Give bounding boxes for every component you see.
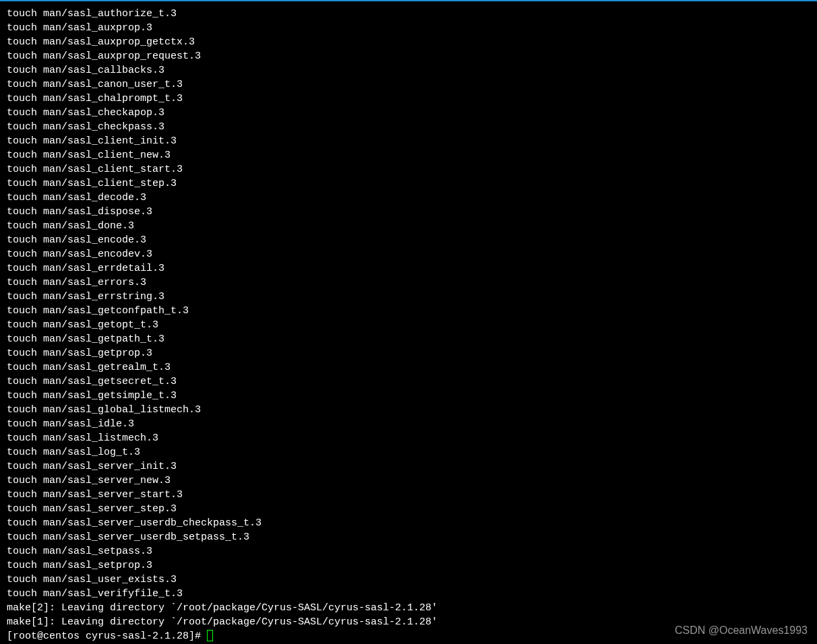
terminal-output-line: touch man/sasl_getsecret_t.3: [7, 375, 810, 389]
terminal-output-line: touch man/sasl_client_step.3: [7, 176, 810, 191]
terminal-output-line: touch man/sasl_auxprop_getctx.3: [7, 35, 810, 49]
terminal-output-line: touch man/sasl_client_start.3: [7, 162, 810, 176]
terminal-output-line: touch man/sasl_errdetail.3: [7, 261, 810, 276]
terminal-output-line: touch man/sasl_global_listmech.3: [7, 403, 810, 417]
terminal-output-line: touch man/sasl_done.3: [7, 219, 810, 233]
terminal-output-line: touch man/sasl_server_userdb_checkpass_t…: [7, 516, 810, 530]
terminal-output-line: touch man/sasl_client_new.3: [7, 148, 810, 162]
terminal-output-line: touch man/sasl_server_start.3: [7, 488, 810, 502]
terminal-output-line: touch man/sasl_errors.3: [7, 276, 810, 290]
terminal-output-line: touch man/sasl_auxprop.3: [7, 21, 810, 35]
terminal-output-line: touch man/sasl_user_exists.3: [7, 573, 810, 587]
terminal-output-line: touch man/sasl_dispose.3: [7, 205, 810, 219]
terminal-output-line: touch man/sasl_errstring.3: [7, 290, 810, 304]
terminal-output-line: touch man/sasl_getsimple_t.3: [7, 389, 810, 403]
terminal-output-line: touch man/sasl_log_t.3: [7, 445, 810, 459]
terminal-output-line: touch man/sasl_client_init.3: [7, 134, 810, 148]
terminal-output-line: touch man/sasl_authorize_t.3: [7, 7, 810, 21]
terminal-output-line: touch man/sasl_server_userdb_setpass_t.3: [7, 530, 810, 544]
cursor-icon: [207, 630, 213, 641]
terminal-output-line: touch man/sasl_getconfpath_t.3: [7, 304, 810, 318]
terminal-window[interactable]: touch man/sasl_authorize_t.3touch man/sa…: [0, 1, 817, 643]
terminal-output-line: touch man/sasl_checkpass.3: [7, 120, 810, 134]
terminal-output-line: touch man/sasl_getprop.3: [7, 346, 810, 360]
terminal-output-line: touch man/sasl_server_step.3: [7, 502, 810, 516]
terminal-output-line: touch man/sasl_setpass.3: [7, 544, 810, 558]
terminal-output-line: touch man/sasl_decode.3: [7, 191, 810, 205]
terminal-output-line: touch man/sasl_encode.3: [7, 233, 810, 247]
terminal-output: touch man/sasl_authorize_t.3touch man/sa…: [7, 7, 810, 629]
terminal-output-line: touch man/sasl_canon_user_t.3: [7, 77, 810, 92]
terminal-output-line: touch man/sasl_verifyfile_t.3: [7, 587, 810, 601]
terminal-output-line: touch man/sasl_auxprop_request.3: [7, 49, 810, 63]
terminal-output-line: touch man/sasl_idle.3: [7, 417, 810, 431]
terminal-output-line: touch man/sasl_server_init.3: [7, 459, 810, 474]
terminal-output-line: touch man/sasl_checkapop.3: [7, 106, 810, 120]
terminal-output-line: touch man/sasl_getopt_t.3: [7, 318, 810, 332]
terminal-output-line: make[2]: Leaving directory `/root/packag…: [7, 601, 810, 615]
terminal-output-line: touch man/sasl_setprop.3: [7, 558, 810, 573]
terminal-output-line: touch man/sasl_listmech.3: [7, 431, 810, 445]
terminal-output-line: touch man/sasl_chalprompt_t.3: [7, 92, 810, 106]
terminal-output-line: touch man/sasl_getpath_t.3: [7, 332, 810, 346]
shell-prompt: [root@centos cyrus-sasl-2.1.28]#: [7, 631, 207, 642]
terminal-output-line: touch man/sasl_callbacks.3: [7, 63, 810, 77]
watermark-text: CSDN @OceanWaves1993: [675, 623, 808, 637]
terminal-output-line: touch man/sasl_encodev.3: [7, 247, 810, 261]
terminal-output-line: touch man/sasl_server_new.3: [7, 474, 810, 488]
terminal-output-line: touch man/sasl_getrealm_t.3: [7, 360, 810, 375]
